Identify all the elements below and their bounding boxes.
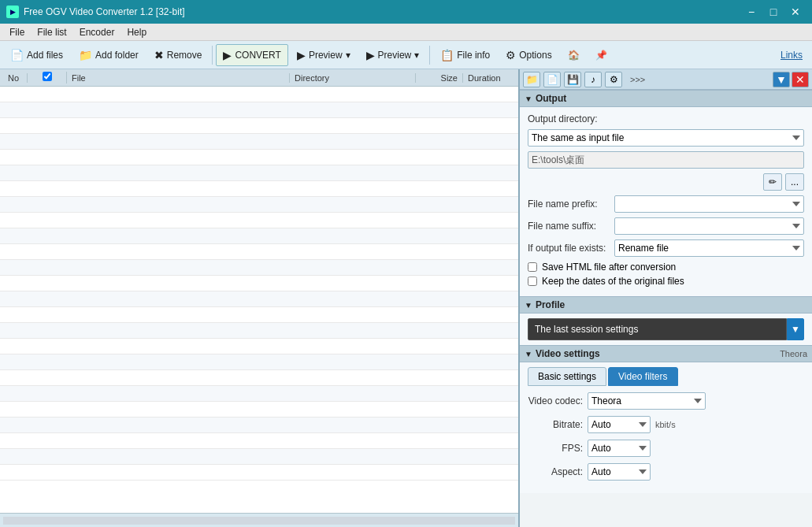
table-row xyxy=(0,260,518,276)
profile-select-main[interactable]: The last session settings xyxy=(528,318,787,340)
save-html-checkbox[interactable] xyxy=(528,262,537,272)
if-exists-select[interactable]: Rename file xyxy=(614,239,804,257)
fps-label: FPS: xyxy=(528,443,583,454)
toolbar-separator xyxy=(212,46,213,65)
browse-path-button[interactable]: ... xyxy=(785,173,804,191)
select-all-checkbox[interactable] xyxy=(43,72,52,81)
add-files-button[interactable]: 📄 Add files xyxy=(3,44,70,66)
codec-field-label: Video codec: xyxy=(528,395,583,406)
app-icon: ▶ xyxy=(6,6,19,18)
prefix-label: File name prefix: xyxy=(528,199,614,210)
table-row xyxy=(0,181,518,197)
bitrate-select[interactable]: Auto xyxy=(588,416,651,433)
video-section: Basic settings Video filters Video codec… xyxy=(520,362,812,493)
menu-file-list[interactable]: File list xyxy=(31,25,72,39)
preview2-button[interactable]: ▶ Preview ▾ xyxy=(359,44,427,66)
col-header-check xyxy=(28,72,67,84)
path-input[interactable] xyxy=(528,151,804,169)
file-info-button[interactable]: 📋 File info xyxy=(433,44,497,66)
video-collapse-arrow: ▼ xyxy=(525,350,532,358)
table-row xyxy=(0,118,518,134)
maximize-button[interactable]: □ xyxy=(763,4,784,20)
directory-select[interactable]: The same as input file xyxy=(528,129,804,147)
table-row xyxy=(0,402,518,418)
path-row xyxy=(528,151,804,169)
video-codec-label: Theora xyxy=(780,349,807,358)
col-header-dur: Duration xyxy=(463,73,518,83)
table-row xyxy=(0,465,518,481)
toolbar-separator2 xyxy=(429,46,430,65)
convert-icon: ▶ xyxy=(223,49,232,61)
red-corner-button[interactable]: ✕ xyxy=(792,72,809,87)
keep-dates-checkbox[interactable] xyxy=(528,276,537,286)
convert-button[interactable]: ▶ CONVERT xyxy=(216,44,287,66)
document-icon[interactable]: 📄 xyxy=(543,72,561,87)
options-button[interactable]: ⚙ Options xyxy=(499,44,558,66)
bitrate-unit: kbit/s xyxy=(655,420,676,429)
fps-row: FPS: Auto xyxy=(528,440,804,457)
output-section-header: ▼ Output xyxy=(520,90,812,107)
profile-select-container: The last session settings ▼ xyxy=(528,318,804,340)
links-button[interactable]: Links xyxy=(774,50,809,61)
profile-collapse-arrow: ▼ xyxy=(525,301,532,310)
add-files-icon: 📄 xyxy=(10,49,24,61)
prefix-select[interactable] xyxy=(614,195,804,213)
codec-select[interactable]: Theora xyxy=(588,392,706,410)
minimize-button[interactable]: − xyxy=(741,4,762,20)
menu-encoder[interactable]: Encoder xyxy=(73,25,121,39)
preview2-dropdown-icon: ▾ xyxy=(414,50,419,61)
menu-help[interactable]: Help xyxy=(121,25,153,39)
tab-basic-settings[interactable]: Basic settings xyxy=(528,367,606,386)
file-table-body xyxy=(0,87,518,513)
keep-dates-row: Keep the dates of the original files xyxy=(528,276,804,287)
profile-value: The last session settings xyxy=(535,324,638,335)
col-header-size: Size xyxy=(416,73,463,83)
pin-button[interactable]: 📌 xyxy=(588,44,614,66)
edit-path-button[interactable]: ✏ xyxy=(763,173,782,191)
tab-video-filters[interactable]: Video filters xyxy=(608,367,677,386)
if-exists-label: If output file exists: xyxy=(528,243,614,254)
menu-file[interactable]: File xyxy=(3,25,31,39)
music-icon[interactable]: ♪ xyxy=(584,72,602,87)
suffix-row: File name suffix: xyxy=(528,217,804,235)
menu-bar: File File list Encoder Help xyxy=(0,24,812,41)
preview1-icon: ▶ xyxy=(297,49,306,61)
close-button[interactable]: ✕ xyxy=(785,4,806,20)
right-panel-toolbar: 📁 📄 💾 ♪ ⚙ >>> ▼ ✕ xyxy=(520,69,812,90)
aspect-label: Aspect: xyxy=(528,466,583,477)
folder-icon[interactable]: 📁 xyxy=(523,72,540,87)
main-area: No File Directory Size Duration xyxy=(0,69,812,527)
table-row xyxy=(0,134,518,150)
preview1-button[interactable]: ▶ Preview ▾ xyxy=(290,44,358,66)
output-section: Output directory: The same as input file… xyxy=(520,107,812,296)
settings-icon[interactable]: ⚙ xyxy=(605,72,622,87)
table-row xyxy=(0,102,518,118)
blue-corner-button[interactable]: ▼ xyxy=(773,72,790,87)
table-row xyxy=(0,87,518,102)
video-section-label: Video settings xyxy=(536,348,600,359)
title-bar: ▶ Free OGV Video Converter 1.2 [32-bit] … xyxy=(0,0,812,24)
if-exists-row: If output file exists: Rename file xyxy=(528,239,804,257)
profile-dropdown-button[interactable]: ▼ xyxy=(787,318,804,340)
preview1-dropdown-icon: ▾ xyxy=(346,50,350,61)
table-row xyxy=(0,276,518,291)
aspect-select[interactable]: Auto xyxy=(588,463,651,481)
file-table-header: No File Directory Size Duration xyxy=(0,69,518,87)
fps-select[interactable]: Auto xyxy=(588,440,651,457)
add-folder-button[interactable]: 📁 Add folder xyxy=(72,44,146,66)
output-section-label: Output xyxy=(536,93,566,104)
profile-section: The last session settings ▼ xyxy=(520,314,812,345)
window-controls[interactable]: − □ ✕ xyxy=(741,4,806,20)
remove-button[interactable]: ✖ Remove xyxy=(147,44,209,66)
table-row xyxy=(0,213,518,228)
toolbar: 📄 Add files 📁 Add folder ✖ Remove ▶ CONV… xyxy=(0,41,812,69)
directory-row: Output directory: xyxy=(528,113,804,124)
suffix-select[interactable] xyxy=(614,217,804,235)
table-row xyxy=(0,228,518,244)
home-button[interactable]: 🏠 xyxy=(561,44,587,66)
corner-buttons: ▼ ✕ xyxy=(773,72,809,87)
title-bar-left: ▶ Free OGV Video Converter 1.2 [32-bit] xyxy=(6,6,185,18)
more-button[interactable]: >>> xyxy=(625,75,650,84)
horizontal-scrollbar[interactable] xyxy=(3,517,515,525)
save-icon[interactable]: 💾 xyxy=(564,72,581,87)
